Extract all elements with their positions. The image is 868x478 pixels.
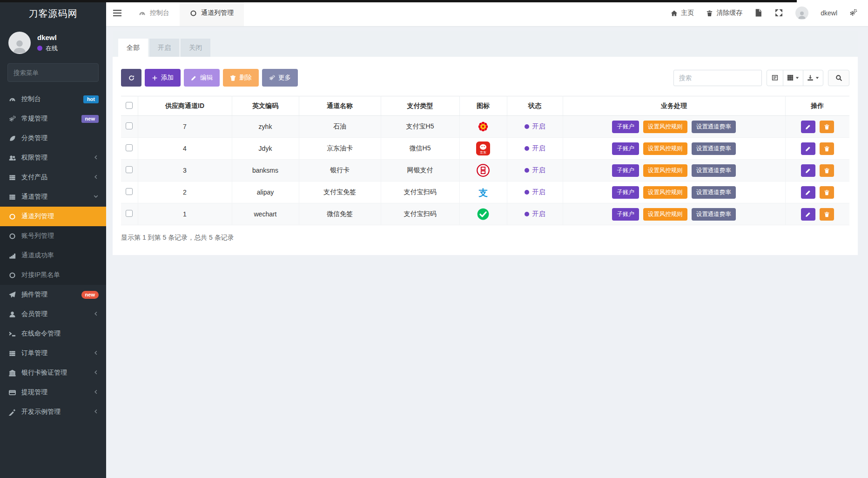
row-checkbox[interactable] xyxy=(126,210,133,217)
trash-icon xyxy=(824,211,830,217)
sidebar-item-online-command[interactable]: 在线命令管理 xyxy=(0,324,106,343)
clear-cache-link[interactable]: 清除缓存 xyxy=(706,9,742,17)
chevron-left-icon xyxy=(93,409,99,416)
status-dot-icon xyxy=(525,124,529,129)
columns-button[interactable] xyxy=(783,70,803,86)
risk-rule-button[interactable]: 设置风控规则 xyxy=(643,121,687,133)
row-delete-button[interactable] xyxy=(820,208,834,221)
row-edit-button[interactable] xyxy=(801,164,815,177)
row-edit-button[interactable] xyxy=(801,142,815,155)
tab-all[interactable]: 全部 xyxy=(118,39,148,57)
channel-rate-button[interactable]: 设置通道费率 xyxy=(692,186,736,199)
cell-paytype: 支付宝H5 xyxy=(381,116,459,138)
status-badge: 开启 xyxy=(525,210,545,218)
online-dot-icon xyxy=(37,46,42,51)
edit-button[interactable]: 编辑 xyxy=(184,69,220,87)
sidebar-item-bankcard-verify[interactable]: 银行卡验证管理 xyxy=(0,363,106,383)
sub-account-button[interactable]: 子账户 xyxy=(612,164,639,177)
bank-logo-icon xyxy=(476,163,490,177)
sub-account-button[interactable]: 子账户 xyxy=(612,208,639,221)
delete-button[interactable]: 删除 xyxy=(223,69,259,87)
language-button[interactable] xyxy=(754,9,763,17)
page-icon xyxy=(754,9,762,17)
risk-rule-button[interactable]: 设置风控规则 xyxy=(643,208,687,221)
tab-channel-list[interactable]: 通道列管理 xyxy=(180,0,244,26)
home-link[interactable]: 主页 xyxy=(671,9,694,17)
sidebar-item-account-list[interactable]: 账号列管理 xyxy=(0,226,106,246)
row-delete-button[interactable] xyxy=(820,121,834,133)
fullscreen-button[interactable] xyxy=(775,9,783,17)
risk-rule-button[interactable]: 设置风控规则 xyxy=(643,186,687,199)
gears-icon xyxy=(8,115,16,123)
risk-rule-button[interactable]: 设置风控规则 xyxy=(643,164,687,177)
pencil-icon xyxy=(805,168,811,174)
pencil-icon xyxy=(805,124,811,130)
row-edit-button[interactable] xyxy=(801,121,815,133)
risk-rule-button[interactable]: 设置风控规则 xyxy=(643,142,687,155)
tab-console[interactable]: 控制台 xyxy=(128,0,180,26)
refresh-button[interactable] xyxy=(121,69,141,87)
sub-account-button[interactable]: 子账户 xyxy=(612,186,639,199)
search-icon xyxy=(835,74,842,81)
navbar-avatar[interactable] xyxy=(795,7,808,20)
row-delete-button[interactable] xyxy=(820,164,834,177)
tab-closed[interactable]: 关闭 xyxy=(181,39,210,57)
table-header-row: 供应商通道ID 英文编码 通道名称 支付类型 图标 状态 业务处理 操作 xyxy=(121,96,849,116)
sidebar-item-pay-product[interactable]: 支付产品 xyxy=(0,168,106,187)
sidebar-item-withdraw[interactable]: 提现管理 xyxy=(0,383,106,402)
row-checkbox[interactable] xyxy=(126,122,133,129)
bar-chart-icon xyxy=(8,252,16,260)
sidebar-item-members[interactable]: 会员管理 xyxy=(0,304,106,324)
channel-rate-button[interactable]: 设置通道费率 xyxy=(692,121,736,133)
sidebar-item-plugins[interactable]: 插件管理 new xyxy=(0,285,106,304)
sub-account-button[interactable]: 子账户 xyxy=(612,142,639,155)
row-delete-button[interactable] xyxy=(820,142,834,155)
row-checkbox[interactable] xyxy=(126,188,133,195)
table-search-input[interactable] xyxy=(673,70,762,86)
sidebar-item-console[interactable]: 控制台 hot xyxy=(0,89,106,109)
top-loading-strip xyxy=(0,0,797,2)
chevron-down-icon xyxy=(93,194,99,201)
sidebar-item-dev-examples[interactable]: 开发示例管理 xyxy=(0,402,106,422)
chevron-left-icon xyxy=(93,370,99,377)
cell-id: 2 xyxy=(138,182,232,203)
row-edit-button[interactable] xyxy=(801,186,815,199)
more-button[interactable]: 更多 xyxy=(262,69,298,87)
sidebar-item-channel-list[interactable]: 通道列管理 xyxy=(0,207,106,226)
export-button[interactable] xyxy=(803,70,823,86)
sidebar-item-ip-blacklist[interactable]: 对接IP黑名单 xyxy=(0,265,106,285)
sidebar-item-channel-mgmt[interactable]: 通道管理 xyxy=(0,187,106,207)
settings-button[interactable] xyxy=(849,9,858,17)
list-icon xyxy=(8,193,16,201)
sidebar-item-category[interactable]: 分类管理 xyxy=(0,128,106,148)
sidebar-toggle-button[interactable] xyxy=(106,0,128,26)
row-checkbox[interactable] xyxy=(126,144,133,151)
navbar-right: 主页 清除缓存 dkewl xyxy=(671,7,868,20)
select-all-checkbox[interactable] xyxy=(126,102,133,109)
sub-account-button[interactable]: 子账户 xyxy=(612,121,639,133)
chevron-left-icon xyxy=(93,350,99,357)
channel-rate-button[interactable]: 设置通道费率 xyxy=(692,164,736,177)
detail-view-button[interactable] xyxy=(767,70,783,86)
cell-id: 7 xyxy=(138,116,232,138)
tab-open[interactable]: 开启 xyxy=(149,39,179,57)
channel-rate-button[interactable]: 设置通道费率 xyxy=(692,208,736,221)
channel-rate-button[interactable]: 设置通道费率 xyxy=(692,142,736,155)
new-badge: new xyxy=(81,115,99,123)
col-header-actions: 操作 xyxy=(785,96,849,116)
sidebar-item-orders[interactable]: 订单管理 xyxy=(0,343,106,363)
search-submit-button[interactable] xyxy=(828,70,849,86)
row-edit-button[interactable] xyxy=(801,208,815,221)
menu-search-input[interactable] xyxy=(13,69,96,76)
add-button[interactable]: 添加 xyxy=(145,69,181,87)
sidebar-item-general[interactable]: 常规管理 new xyxy=(0,109,106,128)
sidebar-item-permission[interactable]: 权限管理 xyxy=(0,148,106,168)
row-delete-button[interactable] xyxy=(820,186,834,199)
user-avatar[interactable] xyxy=(8,32,31,54)
cell-name: 石油 xyxy=(299,116,381,138)
rocket-icon xyxy=(8,291,16,299)
sidebar-item-success-rate[interactable]: 通道成功率 xyxy=(0,246,106,265)
row-checkbox[interactable] xyxy=(126,166,133,173)
col-header-status: 状态 xyxy=(507,96,563,116)
navbar-username[interactable]: dkewl xyxy=(821,9,837,17)
